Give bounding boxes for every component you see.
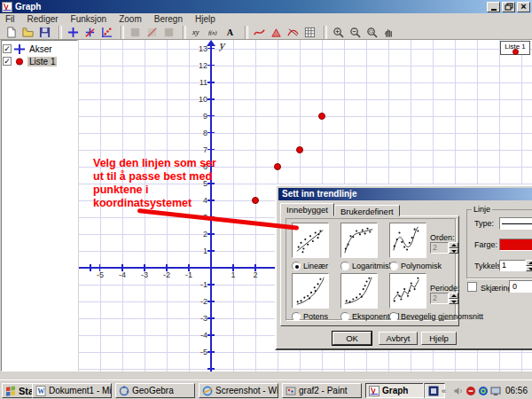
y-tick-label: 10: [192, 95, 207, 104]
radio-poly[interactable]: [389, 262, 398, 270]
menu-beregn[interactable]: Beregn: [154, 14, 183, 24]
insert-relation-icon[interactable]: [268, 26, 285, 39]
skjaering-input[interactable]: 0: [509, 280, 532, 293]
y-tick-label: -5: [192, 348, 207, 356]
text-label-icon[interactable]: A: [223, 26, 239, 39]
x-tick-label: -2: [160, 270, 174, 279]
taskbar: Start WDokument1 - Microsoft ...GeoGebra…: [0, 379, 532, 399]
insert-point-series-icon[interactable]: [98, 26, 115, 39]
geogebra-icon: [119, 386, 129, 396]
menu-zoom[interactable]: Zoom: [119, 14, 142, 24]
radio-log[interactable]: [340, 262, 349, 270]
ie-icon: [202, 386, 213, 396]
spin-down-icon[interactable]: [526, 266, 532, 272]
trendline-option-log[interactable]: Logaritmisk: [340, 262, 393, 270]
radio-exp[interactable]: [340, 312, 349, 321]
tree-item-liste-1[interactable]: Liste 1: [3, 55, 76, 67]
tree-item-akser[interactable]: Akser: [3, 43, 76, 55]
skjaering-checkbox[interactable]: [467, 282, 477, 292]
trendline-option-movavg[interactable]: Bevegelig gjennomsnitt: [389, 312, 483, 321]
antivirus-icon[interactable]: [466, 386, 476, 396]
collapse-tray-icon[interactable]: «: [441, 386, 451, 396]
minimize-icon: [491, 9, 497, 11]
svg-text:«: «: [442, 387, 446, 395]
toolbar-separator: [56, 26, 62, 39]
restore-button[interactable]: [502, 2, 515, 12]
zoom-out-icon[interactable]: [347, 26, 364, 39]
y-axis-label: y: [219, 40, 224, 51]
tab-innebygget[interactable]: Innebygget: [280, 203, 334, 216]
function-icon[interactable]: f(x): [206, 26, 223, 39]
annotation-line: punktene i: [93, 184, 244, 197]
zoom-in-icon[interactable]: [330, 26, 347, 39]
task-label: Dokument1 - Microsoft ...: [49, 386, 112, 395]
line-type-dropdown[interactable]: [499, 217, 532, 230]
toolbar-separator: [180, 26, 186, 39]
zoom-window-icon[interactable]: [364, 26, 380, 39]
shading-region-icon[interactable]: [160, 26, 177, 39]
ok-button[interactable]: OK: [332, 332, 372, 345]
menu-rediger[interactable]: Rediger: [27, 14, 59, 24]
keyboard-layout-icon[interactable]: [428, 386, 439, 396]
radio-linear[interactable]: [292, 262, 301, 270]
legend-box: Liste 1: [500, 41, 530, 55]
task-label: Screenshot - Wikipedia, ...: [215, 386, 278, 395]
volume-icon[interactable]: [453, 386, 464, 396]
close-button[interactable]: ×: [517, 2, 530, 12]
hjelp-button[interactable]: Hjelp: [421, 332, 457, 345]
save-icon[interactable]: [36, 26, 53, 39]
new-document-icon[interactable]: [3, 26, 20, 39]
minimize-button[interactable]: [487, 2, 500, 12]
tab-brukerdefinert[interactable]: Brukerdefinert: [334, 205, 400, 216]
task-dokument1[interactable]: WDokument1 - Microsoft ...: [32, 383, 112, 398]
tykkelse-spinner[interactable]: 1: [499, 260, 532, 271]
movavg-preview-image: [389, 273, 426, 309]
open-folder-icon[interactable]: [20, 26, 36, 39]
insert-tangent-icon[interactable]: [285, 26, 301, 39]
task-geogebra[interactable]: GeoGebra: [115, 383, 195, 398]
periode-spinner[interactable]: 2: [430, 293, 458, 304]
task-graf2[interactable]: graf2 - Paint: [282, 383, 362, 398]
x-tick-label: -4: [115, 270, 129, 279]
visibility-checkbox[interactable]: [3, 44, 12, 53]
insert-trendline-icon[interactable]: [82, 26, 98, 39]
color-swatch: [500, 239, 532, 250]
close-icon: ×: [520, 3, 526, 11]
toolbar-separator: [242, 26, 248, 39]
visibility-checkbox[interactable]: [3, 57, 12, 66]
trendline-option-power[interactable]: Potens: [292, 312, 328, 321]
toolbar: xyf(x)A: [0, 25, 532, 40]
display-icon[interactable]: [490, 386, 501, 396]
y-axis-arrow-icon: [207, 40, 215, 46]
task-screenshot[interactable]: Screenshot - Wikipedia, ...: [199, 383, 278, 398]
avbryt-button[interactable]: Avbryt: [379, 332, 418, 345]
radio-movavg[interactable]: [389, 312, 398, 321]
spin-down-icon[interactable]: [449, 299, 458, 305]
tab-page-innebygget: Orden: 2 Periode: 2 LineærLogaritmiskPol…: [280, 215, 459, 326]
pan-icon[interactable]: [380, 26, 397, 39]
option-label: Logaritmisk: [352, 262, 393, 270]
insert-curve-icon[interactable]: [251, 26, 268, 39]
desktop: { "titlebar": { "title": "Graph" }, "men…: [0, 0, 532, 399]
line-color-dropdown[interactable]: [499, 239, 532, 251]
x-tick-label: 1: [226, 270, 240, 279]
shading-icon[interactable]: [127, 26, 144, 39]
messenger-icon[interactable]: [478, 386, 489, 396]
orden-label: Orden:: [430, 233, 455, 242]
xy-coordinates-icon[interactable]: xy: [189, 26, 206, 39]
shading-line-icon[interactable]: [144, 26, 160, 39]
graph-app-icon: [2, 2, 12, 12]
show-table-icon[interactable]: [301, 26, 318, 39]
trendline-option-linear[interactable]: Lineær: [292, 262, 328, 270]
axes-icon[interactable]: [65, 26, 82, 39]
y-tick-label: -4: [192, 331, 207, 340]
menu-fil[interactable]: Fil: [5, 14, 15, 24]
menu-funksjon[interactable]: Funksjon: [71, 14, 107, 24]
orden-spinner[interactable]: 2: [430, 242, 458, 254]
dialog-titlebar[interactable]: Sett inn trendlinje: [278, 188, 532, 200]
trendline-option-poly[interactable]: Polynomisk: [389, 262, 442, 270]
spin-down-icon[interactable]: [449, 248, 458, 254]
window-titlebar[interactable]: Graph ×: [0, 0, 532, 13]
radio-power[interactable]: [292, 312, 301, 321]
menu-hjelp[interactable]: Hjelp: [195, 14, 215, 24]
